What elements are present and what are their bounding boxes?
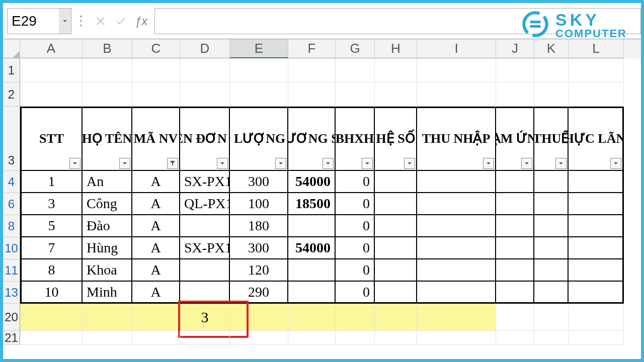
filter-button[interactable] <box>610 158 621 169</box>
cell[interactable] <box>569 193 624 215</box>
cell-ten-don-vi[interactable]: SX-PX1 <box>180 171 230 193</box>
cell-luong-sp[interactable]: 18500 <box>288 193 336 215</box>
cell[interactable] <box>230 58 288 82</box>
cell[interactable] <box>83 58 132 82</box>
cell[interactable] <box>20 331 83 345</box>
cell[interactable] <box>569 171 624 193</box>
cell[interactable] <box>534 193 569 215</box>
rowhead[interactable]: 8 <box>3 215 20 237</box>
cell[interactable] <box>336 82 375 107</box>
colhead-D[interactable]: D <box>180 39 230 58</box>
cell-ho-ten[interactable]: Khoa <box>83 259 132 282</box>
cell-ten-don-vi[interactable] <box>180 259 230 282</box>
name-box[interactable]: E29 <box>7 8 71 34</box>
cell[interactable] <box>20 82 83 107</box>
filter-button[interactable] <box>404 158 415 169</box>
cell[interactable] <box>20 58 83 82</box>
filter-button[interactable] <box>362 158 373 169</box>
header-thuc-lanh[interactable]: THỰC LÃNH <box>569 107 624 171</box>
filter-button[interactable] <box>275 158 286 169</box>
rowhead-3[interactable]: 3 <box>3 107 20 171</box>
rowhead-1[interactable]: 1 <box>3 58 20 82</box>
name-box-dropdown[interactable] <box>59 9 71 34</box>
cell[interactable] <box>230 331 288 345</box>
colhead-E[interactable]: E <box>230 39 288 58</box>
cell[interactable] <box>230 304 288 331</box>
cell[interactable] <box>375 58 417 82</box>
cell-ma-nv[interactable]: A <box>132 215 180 237</box>
colhead-A[interactable]: A <box>20 39 83 58</box>
rowhead[interactable]: 6 <box>3 193 20 215</box>
cell-so-luong-sp[interactable]: 100 <box>230 193 288 215</box>
cell[interactable] <box>496 259 534 282</box>
cell[interactable] <box>375 82 417 107</box>
header-thu-nhap[interactable]: THU NHẬP <box>417 107 496 171</box>
cell[interactable] <box>417 237 496 259</box>
cell-bhxh[interactable]: 0 <box>336 215 375 237</box>
cell-bhxh[interactable]: 0 <box>336 193 375 215</box>
cell[interactable] <box>569 215 624 237</box>
filter-button[interactable] <box>217 158 228 169</box>
cell[interactable] <box>417 331 496 345</box>
cell[interactable] <box>496 215 534 237</box>
colhead-I[interactable]: I <box>417 39 496 58</box>
cell-ten-don-vi[interactable]: QL-PX1 <box>180 193 230 215</box>
header-tam-ung[interactable]: TẠM ỨNG <box>496 107 534 171</box>
cell-ma-nv[interactable]: A <box>132 259 180 282</box>
cancel-formula-button[interactable] <box>91 11 111 31</box>
select-all-corner[interactable] <box>3 39 20 58</box>
colhead-B[interactable]: B <box>83 39 132 58</box>
cell-so-luong-sp[interactable]: 300 <box>230 237 288 259</box>
cell[interactable] <box>496 331 534 345</box>
cell[interactable] <box>375 215 417 237</box>
cell[interactable] <box>569 58 624 82</box>
filter-button[interactable] <box>323 158 334 169</box>
cell[interactable] <box>336 331 375 345</box>
cell-so-luong-sp[interactable]: 120 <box>230 259 288 282</box>
cell[interactable] <box>288 58 336 82</box>
cell-bhxh[interactable]: 0 <box>336 171 375 193</box>
cell-ma-nv[interactable]: A <box>132 237 180 259</box>
cell-ho-ten[interactable]: Hùng <box>83 237 132 259</box>
header-bhxh[interactable]: BHXH <box>336 107 375 171</box>
cell[interactable] <box>569 259 624 282</box>
colhead-H[interactable]: H <box>375 39 417 58</box>
cell-ho-ten[interactable]: Minh <box>83 282 132 304</box>
cell[interactable] <box>569 82 624 107</box>
cell-ho-ten[interactable]: An <box>83 171 132 193</box>
filter-button[interactable] <box>555 158 567 169</box>
filter-button[interactable] <box>521 158 532 169</box>
cell[interactable] <box>496 193 534 215</box>
cell[interactable] <box>534 304 569 331</box>
cell[interactable] <box>288 331 336 345</box>
header-stt[interactable]: STT <box>20 107 83 171</box>
cell[interactable] <box>496 304 534 331</box>
cell[interactable] <box>132 58 180 82</box>
cell[interactable] <box>534 331 569 345</box>
rowhead[interactable]: 4 <box>3 171 20 193</box>
cell[interactable] <box>534 259 569 282</box>
cell-ten-don-vi[interactable] <box>180 215 230 237</box>
cell[interactable] <box>496 237 534 259</box>
cell[interactable] <box>288 304 336 331</box>
cell-bhxh[interactable]: 0 <box>336 282 375 304</box>
cell[interactable] <box>375 331 417 345</box>
header-he-so[interactable]: HỆ SỐ <box>375 107 417 171</box>
cell[interactable] <box>417 171 496 193</box>
cell-stt[interactable]: 1 <box>20 171 83 193</box>
cell[interactable] <box>180 58 230 82</box>
cell[interactable] <box>375 304 417 331</box>
cell[interactable] <box>417 193 496 215</box>
colhead-F[interactable]: F <box>288 39 336 58</box>
cell[interactable] <box>230 82 288 107</box>
cell[interactable] <box>569 331 624 345</box>
cell[interactable] <box>132 331 180 345</box>
cell-stt[interactable]: 3 <box>20 193 83 215</box>
cell[interactable] <box>375 237 417 259</box>
rowhead[interactable]: 21 <box>3 331 20 345</box>
cell[interactable] <box>417 215 496 237</box>
filter-button[interactable] <box>119 158 130 169</box>
cell-luong-sp[interactable] <box>288 282 336 304</box>
cell[interactable] <box>569 237 624 259</box>
colhead-C[interactable]: C <box>132 39 180 58</box>
